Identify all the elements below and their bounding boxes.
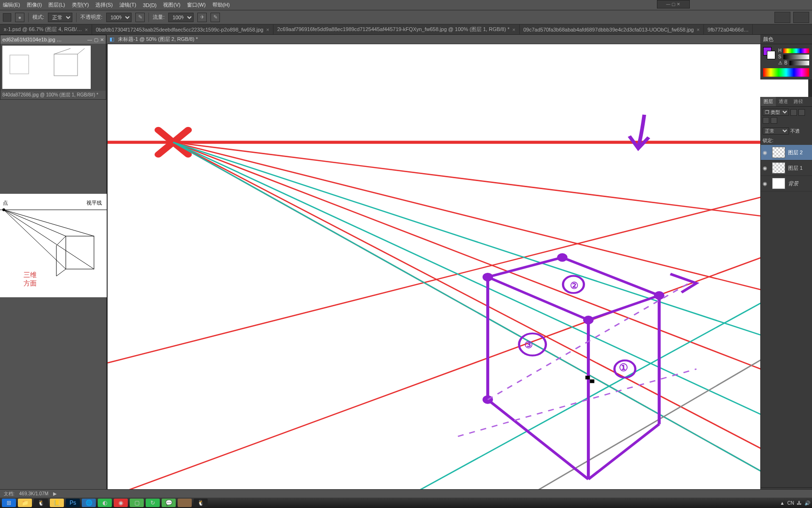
netease-icon[interactable]: ◉ (114, 499, 128, 507)
visibility-eye-icon[interactable]: ◉ (763, 150, 769, 156)
tab-layers[interactable]: 图层 (761, 97, 776, 106)
canvas[interactable]: ② ① ③ (108, 44, 808, 498)
status-arrow-icon[interactable]: ▶ (53, 491, 57, 496)
layer-item[interactable]: ◉ 图层 1 (761, 160, 812, 176)
layer-blend-select[interactable]: 正常 (763, 127, 789, 135)
qq-icon[interactable]: 🐧 (34, 499, 48, 507)
tab-channels[interactable]: 通道 (776, 97, 791, 106)
app-spin-icon[interactable]: ↻ (146, 499, 160, 507)
sat-slider[interactable] (783, 55, 809, 59)
workspace-switcher-1[interactable] (774, 12, 790, 23)
options-bar: ● 模式: 正常 不透明度: 100% ✎ 流量: 100% ✈ ✎ (0, 10, 812, 24)
doc-size-value: 469.3K/1.07M (19, 491, 48, 496)
fg-bg-swatches[interactable] (763, 47, 775, 59)
window-controls-small[interactable]: — ▢ ✕ (657, 0, 690, 8)
layer-thumbnail (772, 178, 785, 189)
user-avatar[interactable] (178, 499, 192, 507)
doc-tab[interactable]: 0bafdb17304f172453aab25deebdfaec5cc2233c… (92, 24, 273, 35)
layer-item[interactable]: ◉ 图层 2 (761, 145, 812, 160)
menu-view[interactable]: 视图(V) (163, 1, 180, 8)
filter-type-icon[interactable] (763, 117, 769, 124)
svg-line-20 (173, 142, 808, 473)
blend-mode-select[interactable]: 正常 (48, 13, 72, 22)
visibility-eye-icon[interactable]: ◉ (763, 165, 769, 171)
doc-tab[interactable]: 2c69aaf796916fe5dd9a88ec1989cd7125445af4… (273, 24, 520, 35)
explorer-icon[interactable]: 📁 (18, 499, 32, 507)
svg-line-25 (173, 142, 808, 436)
background-color[interactable] (767, 51, 775, 59)
svg-rect-49 (590, 380, 594, 383)
color-spectrum[interactable] (763, 68, 809, 77)
floating-ref-window[interactable]: ed62a61fd3104e1b.jpg … —▢✕ 840da872686.j… (0, 35, 106, 100)
document-area: ◧ 未标题-1 @ 50% (图层 2, RGB/8) * ✕ ✕ (107, 35, 812, 498)
network-icon[interactable]: 🖧 (797, 500, 802, 506)
wechat-icon[interactable]: 💬 (162, 499, 176, 507)
filter-pixel-icon[interactable] (790, 109, 797, 116)
maximize-icon[interactable]: ▢ (94, 37, 98, 42)
layer-list: ◉ 图层 2 ◉ 图层 1 ◉ 背景 (761, 145, 812, 487)
volume-icon[interactable]: 🔊 (804, 500, 810, 506)
layer-opacity-label: 不透 (790, 128, 800, 135)
menu-type[interactable]: 类型(Y) (72, 1, 89, 8)
close-icon[interactable]: ✕ (100, 37, 104, 42)
filter-adj-icon[interactable] (798, 109, 805, 116)
workspace: ed62a61fd3104e1b.jpg … —▢✕ 840da872686.j… (0, 35, 812, 498)
qq-running-icon[interactable]: 🐧 (194, 499, 208, 507)
svg-line-17 (173, 142, 808, 222)
opacity-select[interactable]: 100% (106, 13, 132, 22)
layer-name: 背景 (788, 180, 798, 187)
layer-thumbnail (772, 162, 785, 174)
pressure-size-icon[interactable]: ✎ (211, 13, 220, 22)
bri-slider[interactable] (789, 61, 809, 65)
svg-line-11 (56, 236, 66, 246)
visibility-eye-icon[interactable]: ◉ (763, 181, 769, 187)
start-button[interactable]: ⊞ (2, 499, 16, 507)
browser-icon[interactable]: 🌐 (82, 499, 96, 507)
notes-icon[interactable]: 📒 (50, 499, 64, 507)
flow-select[interactable]: 100% (168, 13, 194, 22)
close-icon[interactable]: × (85, 27, 87, 32)
annotation-3: ③ (524, 339, 533, 350)
svg-point-40 (585, 317, 592, 323)
airbrush-icon[interactable]: ✈ (197, 13, 207, 22)
workspace-switcher-2[interactable] (793, 12, 809, 23)
minimize-icon[interactable]: — (87, 37, 92, 42)
tray-more-icon[interactable]: ▲ (780, 500, 785, 506)
doc-tab[interactable]: 9fb772a04b66d… (704, 24, 753, 35)
menu-edit[interactable]: 编辑(E) (3, 1, 20, 8)
tool-preset-picker[interactable] (3, 13, 11, 22)
opacity-label: 不透明度: (80, 14, 102, 21)
menu-layer[interactable]: 图层(L) (48, 1, 65, 8)
doc-tab[interactable]: x-1.psd @ 66.7% (图层 4, RGB/…× (0, 24, 92, 35)
layer-filter-select[interactable]: ❐ 类型 (763, 109, 789, 116)
ime-indicator[interactable]: CN (788, 500, 794, 506)
document-title: 未标题-1 @ 50% (图层 2, RGB/8) * (118, 36, 788, 43)
photoshop-icon[interactable]: Ps (66, 499, 80, 507)
close-icon[interactable]: × (512, 27, 515, 32)
pressure-opacity-icon[interactable]: ✎ (135, 13, 145, 22)
doc-tab[interactable]: 09c7ad570fa3b68abab4afd6897dbbb39e4c2d3c… (520, 24, 704, 35)
tab-paths[interactable]: 路径 (791, 97, 806, 106)
ref-window-title: ed62a61fd3104e1b.jpg … (2, 37, 62, 42)
close-icon[interactable]: × (696, 27, 699, 32)
document-titlebar: ◧ 未标题-1 @ 50% (图层 2, RGB/8) * ✕ ✕ (107, 35, 812, 44)
filter-shape-icon[interactable] (771, 117, 777, 124)
menu-window[interactable]: 窗口(W) (187, 1, 206, 8)
svg-rect-48 (586, 376, 590, 380)
layer-name: 图层 2 (788, 149, 803, 156)
menu-filter[interactable]: 滤镜(T) (119, 1, 136, 8)
ref-thumbnail (2, 46, 91, 89)
menu-help[interactable]: 帮助(H) (212, 1, 230, 8)
hue-slider[interactable] (783, 48, 809, 53)
menu-select[interactable]: 选择(S) (95, 1, 113, 8)
brush-preset-picker[interactable]: ● (15, 13, 24, 22)
360-icon[interactable]: ◐ (98, 499, 112, 507)
app-green-icon[interactable]: ▢ (130, 499, 144, 507)
menu-image[interactable]: 图像(I) (27, 1, 42, 8)
close-icon[interactable]: × (266, 27, 269, 32)
sat-label: S (778, 54, 781, 59)
svg-rect-10 (66, 236, 94, 269)
menu-3d[interactable]: 3D(D) (143, 2, 156, 8)
svg-rect-0 (10, 55, 29, 74)
layer-item[interactable]: ◉ 背景 (761, 176, 812, 191)
